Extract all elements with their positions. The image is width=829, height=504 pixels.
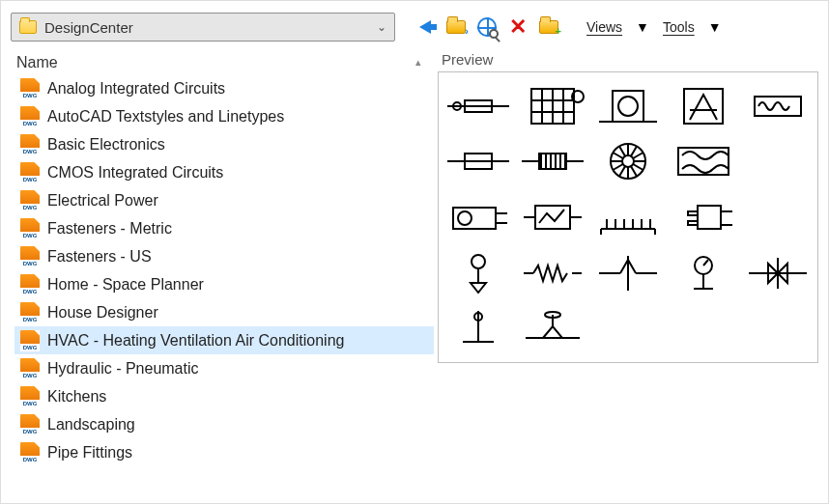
preview-thumbnail[interactable]	[441, 189, 516, 245]
dwg-file-icon	[20, 218, 40, 239]
search-web-button[interactable]	[474, 14, 500, 40]
preview-thumbnail[interactable]	[516, 300, 591, 356]
svg-line-40	[613, 153, 622, 158]
svg-marker-86	[543, 326, 562, 338]
svg-line-43	[631, 147, 637, 156]
open-folder-button[interactable]: ›	[443, 14, 469, 40]
preview-thumbnail	[666, 300, 741, 356]
file-list-pane: Name ▴ Analog Integrated CircuitsAutoCAD…	[11, 51, 434, 491]
list-item[interactable]: CMOS Integrated Circuits	[14, 158, 434, 186]
svg-line-38	[613, 164, 622, 170]
svg-rect-64	[688, 221, 698, 225]
list-item[interactable]: House Designer	[14, 298, 434, 326]
compressor-icon	[443, 192, 513, 242]
preview-thumbnail[interactable]	[590, 189, 666, 245]
preview-thumbnail[interactable]	[666, 134, 741, 190]
svg-marker-69	[471, 283, 486, 293]
pressure-gauge-icon	[669, 248, 738, 298]
list-item[interactable]: Kitchens	[14, 382, 434, 410]
tools-menu[interactable]: Tools	[655, 14, 702, 40]
list-item[interactable]: HVAC - Heating Ventilation Air Condition…	[14, 326, 434, 354]
list-column-header[interactable]: Name ▴	[14, 51, 434, 74]
list-item[interactable]: Basic Electronics	[14, 130, 434, 158]
list-item[interactable]: Fasteners - Metric	[14, 214, 434, 242]
svg-line-34	[633, 164, 643, 170]
preview-thumbnail[interactable]	[740, 245, 815, 301]
list-item[interactable]: AutoCAD Textstyles and Linetypes	[14, 102, 434, 130]
preview-thumbnail[interactable]	[516, 134, 591, 190]
sort-ascending-icon: ▴	[415, 56, 421, 69]
toolbar: DesignCenter ⌄ › ✕ + Views ▼ Tools ▼	[11, 13, 818, 42]
svg-line-44	[633, 153, 643, 158]
dwg-file-icon	[20, 330, 40, 351]
svg-rect-63	[688, 211, 698, 215]
fan-unit-icon	[593, 81, 663, 131]
thermostat-icon	[593, 248, 663, 298]
dwg-file-icon	[20, 162, 40, 183]
butterfly-valve-icon	[743, 248, 813, 298]
preview-thumbnail[interactable]	[441, 134, 516, 190]
filter-inline-icon	[443, 136, 513, 186]
preview-grid	[438, 71, 818, 363]
folder-dropdown[interactable]: DesignCenter ⌄	[11, 13, 395, 42]
preview-thumbnail[interactable]	[441, 245, 516, 301]
list-item-label: Kitchens	[47, 388, 106, 406]
file-list: Analog Integrated CircuitsAutoCAD Textst…	[14, 74, 434, 466]
back-button[interactable]	[413, 14, 438, 40]
folder-dropdown-label: DesignCenter	[44, 19, 369, 36]
preview-thumbnail[interactable]	[590, 245, 666, 301]
chevron-down-icon[interactable]: ▼	[636, 19, 649, 35]
tools-menu-label: Tools	[663, 19, 695, 35]
preview-thumbnail	[740, 134, 815, 190]
list-item-label: House Designer	[47, 304, 158, 322]
list-item[interactable]: Fasteners - US	[14, 242, 434, 270]
svg-point-32	[622, 155, 634, 167]
list-item-label: AutoCAD Textstyles and Linetypes	[47, 108, 284, 126]
list-item-label: Home - Space Planner	[47, 276, 204, 294]
svg-line-76	[703, 260, 708, 266]
preview-thumbnail[interactable]	[441, 78, 516, 134]
preview-thumbnail[interactable]	[666, 245, 741, 301]
radial-fan-icon	[593, 136, 663, 186]
dwg-file-icon	[20, 442, 40, 463]
preview-title: Preview	[442, 51, 818, 68]
preview-thumbnail[interactable]	[590, 134, 666, 190]
list-item[interactable]: Landscaping	[14, 410, 434, 438]
list-item[interactable]: Electrical Power	[14, 186, 434, 214]
svg-rect-24	[539, 154, 566, 169]
delete-x-icon: ✕	[509, 16, 527, 38]
list-item-label: Fasteners - Metric	[47, 220, 172, 238]
preview-thumbnail[interactable]	[441, 300, 516, 356]
preview-thumbnail[interactable]	[666, 189, 741, 245]
list-item[interactable]: Pipe Fittings	[14, 438, 434, 466]
svg-rect-50	[535, 206, 570, 229]
preview-thumbnail[interactable]	[666, 78, 741, 134]
grille-icon	[593, 192, 663, 242]
list-item-label: Pipe Fittings	[47, 444, 132, 462]
chevron-down-icon[interactable]: ▼	[708, 19, 722, 35]
dwg-file-icon	[20, 414, 40, 435]
preview-thumbnail[interactable]	[516, 245, 591, 301]
list-item[interactable]: Home - Space Planner	[14, 270, 434, 298]
list-item-label: Electrical Power	[47, 192, 158, 210]
preview-thumbnail[interactable]	[516, 189, 591, 245]
new-folder-button[interactable]: +	[536, 14, 561, 40]
list-item-label: Fasteners - US	[47, 248, 152, 266]
preview-thumbnail[interactable]	[590, 78, 666, 134]
list-item-label: Basic Electronics	[47, 136, 165, 154]
views-menu[interactable]: Views	[579, 14, 630, 40]
heating-coil-icon	[743, 81, 813, 131]
list-item[interactable]: Hydraulic - Pneumatic	[14, 354, 434, 382]
dwg-file-icon	[20, 78, 40, 99]
dwg-file-icon	[20, 134, 40, 155]
globe-valve-icon	[518, 303, 587, 353]
preview-thumbnail[interactable]	[740, 78, 815, 134]
delete-button[interactable]: ✕	[505, 14, 530, 40]
preview-thumbnail[interactable]	[516, 78, 591, 134]
svg-point-67	[472, 255, 485, 268]
list-item-label: HVAC - Heating Ventilation Air Condition…	[47, 332, 344, 350]
dwg-file-icon	[20, 106, 40, 127]
svg-rect-19	[755, 97, 801, 116]
list-item-label: Analog Integrated Circuits	[47, 80, 225, 98]
list-item[interactable]: Analog Integrated Circuits	[14, 74, 434, 102]
